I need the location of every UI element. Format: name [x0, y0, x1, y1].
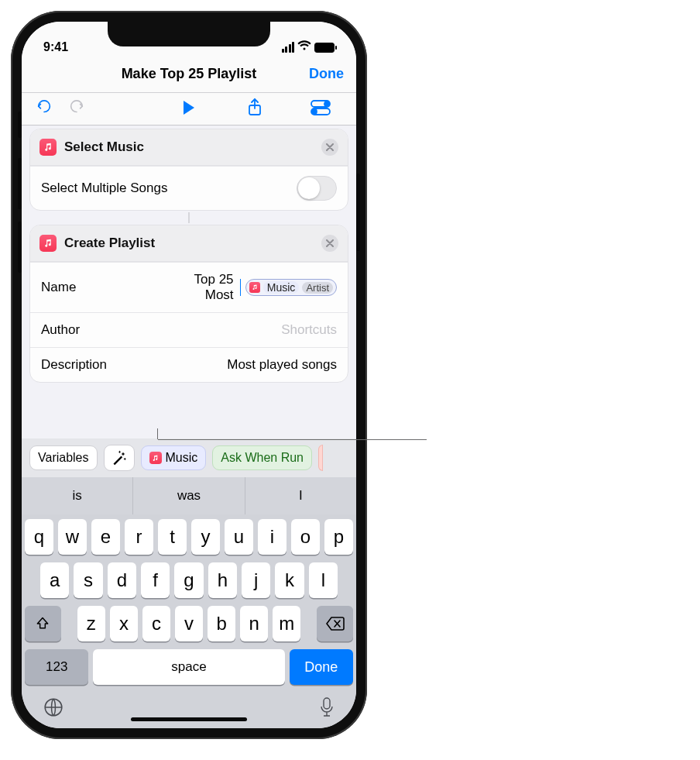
key-s[interactable]: s	[74, 562, 102, 598]
key-a[interactable]: a	[40, 562, 69, 598]
description-field[interactable]: Most played songs	[189, 357, 337, 373]
action-create-playlist: Create Playlist Name Top 25 Most	[29, 225, 348, 383]
field-author-label: Author	[41, 322, 189, 338]
key-f[interactable]: f	[141, 562, 170, 598]
select-multiple-switch[interactable]	[297, 176, 337, 201]
key-d[interactable]: d	[108, 562, 136, 598]
keyboard: q w e r t y u i o p a s d f g h j k l	[22, 514, 356, 728]
page-title: Make Top 25 Playlist	[122, 66, 257, 82]
nav-bar: Make Top 25 Playlist Done	[22, 56, 356, 93]
key-o[interactable]: o	[291, 519, 320, 555]
text-cursor	[240, 279, 241, 296]
share-button[interactable]	[247, 98, 262, 120]
key-g[interactable]: g	[174, 562, 203, 598]
action-select-music: Select Music Select Multiple Songs	[29, 129, 348, 211]
key-l[interactable]: l	[309, 562, 338, 598]
notch	[108, 22, 270, 46]
key-p[interactable]: p	[324, 519, 353, 555]
key-c[interactable]: c	[142, 606, 170, 641]
variables-button[interactable]: Variables	[29, 445, 98, 470]
svg-point-2	[324, 101, 329, 106]
svg-rect-6	[324, 698, 330, 709]
undo-button[interactable]	[36, 99, 53, 119]
device-frame: 9:41 Make Top 25 Playlist Done	[11, 11, 367, 739]
key-z[interactable]: z	[77, 606, 105, 641]
name-field[interactable]: Top 25 Most Music Artist	[189, 272, 337, 303]
music-app-icon	[249, 282, 260, 293]
numbers-key[interactable]: 123	[25, 649, 88, 685]
toolbar	[22, 93, 356, 126]
variable-bar: Variables Music Ask When Run	[22, 438, 356, 477]
key-v[interactable]: v	[175, 606, 203, 641]
globe-icon[interactable]	[43, 697, 63, 720]
mic-icon[interactable]	[319, 697, 335, 720]
redo-button[interactable]	[68, 99, 85, 119]
screen: 9:41 Make Top 25 Playlist Done	[22, 22, 356, 728]
keyboard-done-key[interactable]: Done	[290, 649, 353, 685]
play-button[interactable]	[182, 100, 196, 119]
battery-icon	[314, 43, 335, 53]
pill-label: Music	[166, 451, 198, 465]
key-i[interactable]: i	[258, 519, 287, 555]
cellular-icon	[282, 42, 295, 53]
key-k[interactable]: k	[275, 562, 304, 598]
remove-action-button[interactable]	[321, 139, 338, 156]
variable-pill-overflow[interactable]	[318, 445, 323, 471]
suggestion-2[interactable]: was	[132, 477, 244, 514]
field-name-label: Name	[41, 280, 189, 295]
status-right	[282, 40, 335, 54]
select-multiple-label: Select Multiple Songs	[41, 181, 297, 196]
callout-line	[158, 439, 427, 440]
key-b[interactable]: b	[208, 606, 235, 641]
author-field[interactable]: Shortcuts	[189, 322, 337, 338]
field-desc-label: Description	[41, 357, 189, 373]
remove-action-button[interactable]	[321, 235, 338, 252]
magic-wand-button[interactable]	[104, 445, 135, 471]
wifi-icon	[297, 40, 311, 54]
variable-token-music[interactable]: Music Artist	[245, 279, 337, 296]
key-m[interactable]: m	[273, 606, 300, 641]
key-u[interactable]: u	[225, 519, 253, 555]
suggestion-3[interactable]: I	[245, 477, 356, 514]
music-app-icon	[39, 139, 57, 156]
key-r[interactable]: r	[125, 519, 153, 555]
space-key[interactable]: space	[93, 649, 284, 685]
suggestion-bar: is was I	[22, 477, 356, 514]
home-indicator[interactable]	[131, 717, 247, 721]
card-title: Select Music	[64, 139, 314, 155]
key-x[interactable]: x	[110, 606, 138, 641]
key-q[interactable]: q	[25, 519, 53, 555]
settings-toggle-icon[interactable]	[311, 100, 331, 119]
description-text: Most played songs	[227, 357, 337, 373]
status-time: 9:41	[43, 40, 68, 54]
delete-key[interactable]	[317, 606, 353, 641]
svg-point-4	[312, 109, 317, 114]
key-e[interactable]: e	[91, 519, 120, 555]
side-button	[356, 174, 360, 251]
author-placeholder: Shortcuts	[281, 322, 337, 338]
variable-pill-ask[interactable]: Ask When Run	[212, 445, 312, 470]
key-w[interactable]: w	[58, 519, 87, 555]
variable-pill-music[interactable]: Music	[141, 445, 207, 470]
music-app-icon	[149, 452, 162, 464]
key-y[interactable]: y	[191, 519, 220, 555]
done-button[interactable]: Done	[309, 66, 344, 82]
name-text: Top 25 Most	[189, 272, 234, 303]
action-connector	[188, 212, 190, 223]
music-app-icon	[39, 235, 57, 252]
content: Select Music Select Multiple Songs	[22, 126, 356, 438]
key-n[interactable]: n	[240, 606, 268, 641]
shift-key[interactable]	[25, 606, 61, 641]
key-j[interactable]: j	[242, 562, 270, 598]
key-t[interactable]: t	[158, 519, 187, 555]
key-h[interactable]: h	[208, 562, 237, 598]
suggestion-1[interactable]: is	[22, 477, 132, 514]
card-title: Create Playlist	[64, 236, 314, 251]
token-main: Music	[263, 281, 300, 294]
token-sub: Artist	[302, 282, 333, 294]
